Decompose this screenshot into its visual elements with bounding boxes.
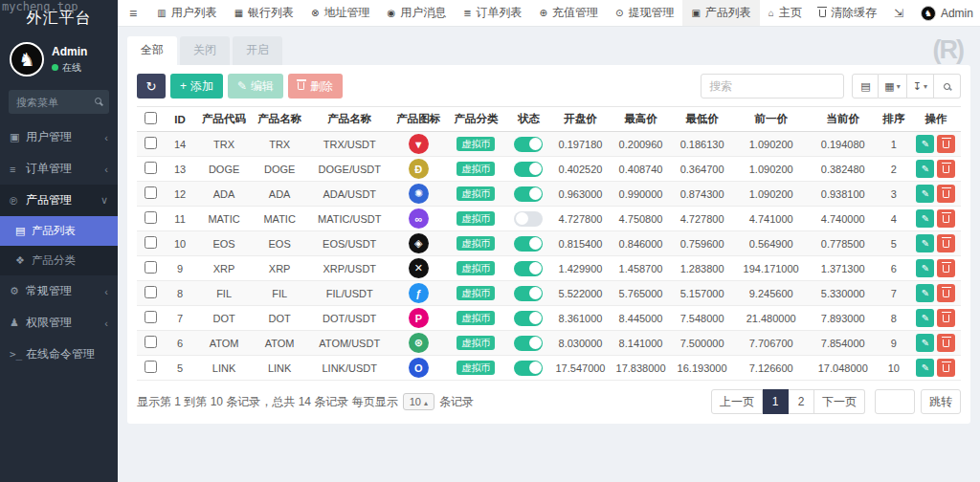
prev-price-cell: 1.090200	[733, 157, 810, 182]
pagination-page-2[interactable]: 2	[789, 389, 814, 414]
search-button[interactable]	[934, 74, 961, 99]
row-edit-button[interactable]: ✎	[916, 185, 934, 203]
columns-button[interactable]: ▦▾	[879, 74, 906, 99]
high-price-cell: 0.990000	[611, 182, 672, 207]
topnav-item-withdraw-mgmt[interactable]: ⊙提现管理	[607, 0, 682, 26]
row-checkbox[interactable]	[145, 236, 157, 249]
row-delete-button[interactable]	[937, 309, 955, 327]
row-checkbox[interactable]	[145, 186, 157, 199]
column-header: 排序	[877, 107, 911, 132]
page-size-select[interactable]: 10 ▴	[403, 393, 434, 410]
row-edit-button[interactable]: ✎	[916, 284, 934, 302]
fullscreen-button[interactable]: ⇲	[885, 0, 912, 26]
refresh-button[interactable]: ↻	[137, 74, 166, 99]
status-toggle[interactable]	[514, 361, 543, 376]
page-jump-button[interactable]: 跳转	[921, 389, 961, 414]
row-edit-button[interactable]: ✎	[916, 135, 934, 153]
row-delete-button[interactable]	[937, 234, 955, 252]
sidebar-item-product-list[interactable]: ▤产品列表	[0, 216, 118, 246]
pagination-prev[interactable]: 上一页	[711, 389, 763, 414]
add-button[interactable]: +添加	[170, 74, 223, 99]
row-edit-button[interactable]: ✎	[916, 160, 934, 178]
tab-open[interactable]: 开启	[233, 36, 282, 65]
user-list-icon: ▥	[157, 8, 166, 18]
select-all-checkbox[interactable]	[145, 112, 157, 124]
product-table: ID产品代码产品名称产品名称产品图标产品分类状态开盘价最高价最低价前一价当前价排…	[137, 106, 961, 381]
row-delete-button[interactable]	[937, 259, 955, 277]
icon-cell: P	[391, 306, 445, 331]
sidebar-item-label: 产品分类	[32, 253, 76, 268]
row-delete-button[interactable]	[937, 334, 955, 352]
status-toggle[interactable]	[514, 186, 543, 202]
row-delete-button[interactable]	[937, 135, 955, 153]
sidebar-item-order-mgmt[interactable]: ≡订单管理‹	[0, 153, 118, 185]
topnav-item-recharge-mgmt[interactable]: ⊕充值管理	[531, 0, 607, 26]
status-toggle[interactable]	[514, 336, 543, 351]
table-search-input[interactable]	[701, 74, 844, 99]
sidebar-item-product-category[interactable]: ❖产品分类	[0, 246, 118, 275]
table-row: 14TRXTRXTRX/USDT▼虚拟币0.1971800.2009600.18…	[137, 132, 961, 157]
row-checkbox[interactable]	[145, 286, 157, 298]
tab-all[interactable]: 全部	[127, 36, 177, 65]
pencil-icon: ✎	[922, 362, 929, 373]
row-edit-button[interactable]: ✎	[916, 309, 934, 327]
row-checkbox[interactable]	[145, 311, 157, 323]
row-checkbox[interactable]	[145, 336, 157, 348]
sidebar-item-permission-mgmt[interactable]: ♟权限管理‹	[0, 307, 118, 339]
row-delete-button[interactable]	[937, 284, 955, 302]
status-cell	[506, 356, 550, 381]
row-delete-button[interactable]	[937, 185, 955, 203]
trash-icon	[943, 265, 949, 273]
id-cell: 12	[164, 182, 196, 207]
home-button[interactable]: ⌂ 主页	[760, 0, 811, 26]
edit-button[interactable]: ✎编辑	[228, 74, 283, 99]
pagination-next[interactable]: 下一页	[814, 389, 865, 414]
sidebar-item-product-mgmt[interactable]: ℗产品管理∨	[0, 185, 118, 216]
avatar[interactable]: ♞	[10, 42, 44, 77]
sidebar-item-general-mgmt[interactable]: ⚙常规管理‹	[0, 275, 118, 307]
row-select-cell	[137, 356, 164, 381]
topnav: ▥用户列表▦银行列表⊗地址管理◉用户消息≣订单列表⊕充值管理⊙提现管理▣产品列表	[148, 0, 760, 26]
row-checkbox[interactable]	[145, 137, 157, 149]
row-checkbox[interactable]	[145, 361, 157, 373]
page-jump-input[interactable]	[875, 389, 915, 414]
status-toggle[interactable]	[514, 236, 543, 252]
row-edit-button[interactable]: ✎	[916, 234, 934, 252]
topnav-item-product-list[interactable]: ▣产品列表	[682, 0, 759, 26]
row-checkbox[interactable]	[145, 211, 157, 224]
row-edit-button[interactable]: ✎	[916, 259, 934, 277]
hamburger-icon[interactable]: ≡	[118, 0, 148, 26]
row-checkbox[interactable]	[145, 162, 157, 174]
status-toggle[interactable]	[514, 261, 543, 276]
row-checkbox[interactable]	[145, 261, 157, 274]
toggle-knob	[529, 262, 542, 274]
row-edit-button[interactable]: ✎	[916, 209, 934, 228]
topnav-item-user-list[interactable]: ▥用户列表	[148, 0, 225, 26]
tab-closed[interactable]: 关闭	[180, 36, 230, 65]
pencil-icon: ✎	[922, 338, 929, 348]
topnav-item-order-list[interactable]: ≣订单列表	[455, 0, 530, 26]
status-toggle[interactable]	[514, 211, 543, 227]
topnav-item-user-message[interactable]: ◉用户消息	[378, 0, 455, 26]
row-delete-button[interactable]	[937, 209, 955, 228]
sidebar-item-online-command[interactable]: >_在线命令管理	[0, 339, 118, 370]
status-toggle[interactable]	[514, 162, 543, 177]
status-toggle[interactable]	[514, 137, 543, 152]
row-edit-button[interactable]: ✎	[916, 334, 934, 352]
admin-menu[interactable]: ♞ Admin	[912, 0, 980, 26]
sidebar-item-user-mgmt[interactable]: ▣用户管理‹	[0, 121, 118, 153]
status-toggle[interactable]	[514, 311, 543, 326]
toggle-pagination-button[interactable]: ▤	[852, 74, 879, 99]
topnav-item-address-mgmt[interactable]: ⊗地址管理	[302, 0, 378, 26]
status-toggle[interactable]	[514, 286, 543, 301]
row-edit-button[interactable]: ✎	[916, 359, 934, 377]
row-delete-button[interactable]	[937, 160, 955, 178]
pagination-page-1[interactable]: 1	[763, 389, 789, 414]
delete-button[interactable]: 删除	[288, 74, 343, 99]
row-delete-button[interactable]	[937, 359, 955, 377]
trx-coin-icon: ▼	[409, 134, 429, 154]
current-price-cell: 0.938100	[810, 182, 877, 207]
clear-cache-button[interactable]: 清除缓存	[811, 0, 885, 26]
export-button[interactable]: ↧▾	[907, 74, 934, 99]
topnav-item-bank-list[interactable]: ▦银行列表	[226, 0, 302, 26]
